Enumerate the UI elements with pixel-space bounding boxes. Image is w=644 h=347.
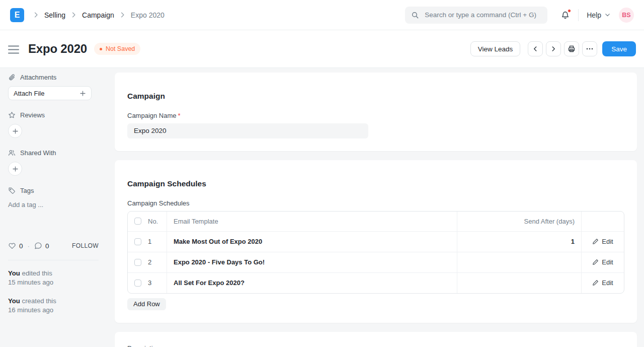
prev-record-button[interactable]: [528, 41, 543, 56]
tags-section-label: Tags: [8, 187, 99, 194]
select-all-checkbox[interactable]: [134, 218, 141, 225]
sidebar-toggle-icon[interactable]: [8, 45, 19, 54]
schedules-field-label: Campaign Schedules: [127, 199, 624, 207]
description-section: Description: [115, 332, 637, 347]
email-template-cell[interactable]: Expo 2020 - Five Days To Go!: [167, 252, 457, 272]
activity-user: You: [8, 297, 20, 305]
campaign-name-input[interactable]: [127, 123, 368, 138]
shared-with-label: Shared With: [20, 149, 56, 157]
edit-row-button[interactable]: Edit: [582, 232, 624, 252]
users-icon: [8, 149, 16, 157]
header-send-after-cell: Send After (days): [457, 212, 582, 231]
avatar-initials: BS: [622, 12, 630, 19]
plus-icon: [79, 90, 86, 97]
activity-log: You edited this 15 minutes ago You creat…: [8, 269, 99, 315]
form-body: Campaign Campaign Name* Campaign Schedul…: [107, 68, 644, 347]
table-header-row: No. Email Template Send After (days): [128, 212, 624, 231]
avatar[interactable]: BS: [619, 8, 634, 23]
send-after-cell[interactable]: 1: [457, 232, 582, 252]
activity-entry: You edited this 15 minutes ago: [8, 269, 99, 288]
no-header: No.: [148, 218, 158, 225]
attach-file-button[interactable]: Attach File: [8, 86, 92, 100]
edit-row-button[interactable]: Edit: [582, 273, 624, 293]
tag-icon: [8, 187, 16, 194]
activity-timestamp: 15 minutes ago: [8, 278, 99, 287]
breadcrumb: Selling Campaign Expo 2020: [32, 11, 165, 19]
pencil-icon: [592, 280, 599, 286]
form-sidebar: Attachments Attach File Reviews Shared W…: [0, 68, 107, 347]
chevron-right-icon: [119, 11, 126, 19]
breadcrumb-campaign[interactable]: Campaign: [82, 11, 114, 19]
send-after-cell[interactable]: [457, 273, 582, 293]
email-template-cell[interactable]: All Set For Expo 2020?: [167, 273, 457, 293]
required-marker: *: [178, 112, 181, 119]
comment-icon[interactable]: [34, 242, 42, 250]
app-logo[interactable]: E: [10, 8, 24, 22]
table-row: 2 Expo 2020 - Five Days To Go! Edit: [128, 252, 624, 272]
page-actions: View Leads Save: [470, 41, 636, 56]
print-button[interactable]: [564, 41, 579, 56]
attachments-section-label: Attachments: [8, 74, 99, 81]
sidebar-divider: [8, 260, 99, 260]
section-title: Campaign Schedules: [127, 179, 624, 188]
status-badge: Not Saved: [94, 43, 140, 55]
pencil-icon: [592, 259, 599, 265]
email-template-cell[interactable]: Make Most Out of Expo 2020: [167, 232, 457, 252]
row-checkbox[interactable]: [134, 280, 141, 287]
navbar-right: Help BS: [405, 7, 634, 24]
add-tag-input[interactable]: Add a tag ...: [8, 201, 99, 209]
breadcrumb-selling[interactable]: Selling: [44, 11, 65, 19]
breadcrumb-current: Expo 2020: [131, 11, 165, 19]
chevron-right-icon: [70, 11, 77, 19]
row-no-cell: 3: [128, 273, 167, 293]
save-button[interactable]: Save: [602, 41, 636, 56]
follow-button[interactable]: FOLLOW: [72, 242, 99, 249]
share-button[interactable]: [8, 162, 22, 176]
activity-entry: You created this 16 minutes ago: [8, 297, 99, 315]
section-title: Campaign: [127, 92, 624, 101]
heart-icon[interactable]: [8, 242, 16, 250]
attach-file-label: Attach File: [14, 90, 44, 97]
activity-action: edited this: [22, 269, 52, 277]
send-after-cell[interactable]: [457, 252, 582, 272]
notification-dot: [568, 9, 571, 13]
attachments-label: Attachments: [20, 74, 56, 81]
row-checkbox[interactable]: [134, 238, 141, 245]
activity-user: You: [8, 269, 20, 277]
pencil-icon: [592, 238, 599, 245]
row-checkbox[interactable]: [134, 259, 141, 266]
row-no-cell: 1: [128, 232, 167, 252]
app-logo-letter: E: [15, 11, 20, 20]
reviews-label: Reviews: [20, 111, 45, 119]
notifications-bell[interactable]: [560, 10, 570, 20]
shared-with-section-label: Shared With: [8, 149, 99, 157]
paperclip-icon: [8, 74, 16, 81]
search-icon: [411, 11, 419, 19]
dot-separator: ·: [28, 242, 30, 250]
row-no-cell: 2: [128, 252, 167, 272]
view-leads-button[interactable]: View Leads: [470, 41, 521, 56]
page-head: Expo 2020 Not Saved View Leads Save: [0, 30, 644, 68]
row-number: 3: [148, 279, 151, 287]
status-badge-label: Not Saved: [106, 45, 135, 52]
navbar: E Selling Campaign Expo 2020: [0, 0, 644, 30]
table-row: 1 Make Most Out of Expo 2020 1 Edit: [128, 231, 624, 252]
global-search[interactable]: [405, 7, 547, 24]
menu-ellipsis-button[interactable]: [582, 41, 597, 56]
help-menu[interactable]: Help: [587, 11, 611, 19]
campaign-name-label: Campaign Name*: [127, 112, 624, 119]
activity-timestamp: 16 minutes ago: [8, 306, 99, 315]
tags-label: Tags: [20, 187, 34, 194]
star-icon: [8, 111, 16, 119]
navbar-divider: [578, 9, 579, 21]
add-row-button[interactable]: Add Row: [127, 298, 166, 310]
header-edit-cell: [582, 212, 624, 231]
add-review-button[interactable]: [8, 124, 22, 138]
edit-row-button[interactable]: Edit: [582, 252, 624, 272]
schedules-table: No. Email Template Send After (days) 1 M…: [127, 211, 624, 294]
reviews-section-label: Reviews: [8, 111, 99, 119]
header-no-cell: No.: [128, 212, 167, 231]
chevron-down-icon: [604, 12, 611, 18]
next-record-button[interactable]: [546, 41, 561, 56]
search-input[interactable]: [424, 11, 541, 19]
